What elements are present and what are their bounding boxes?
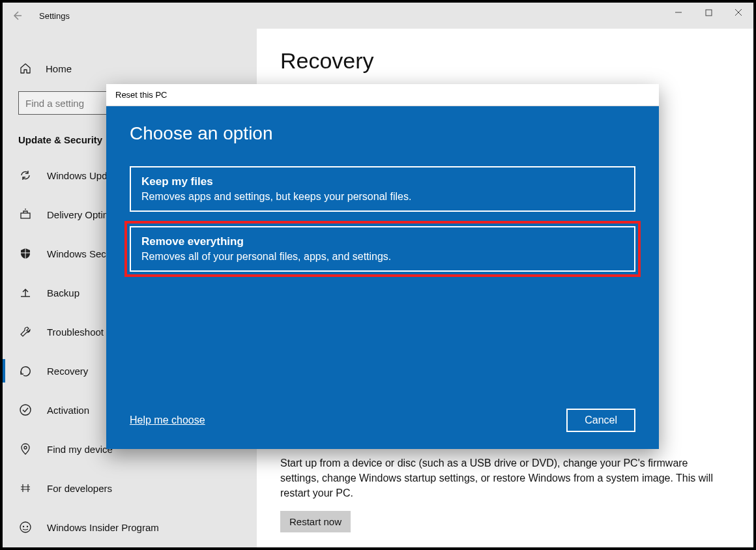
backup-icon xyxy=(18,285,33,300)
insider-icon xyxy=(18,520,33,534)
window-title: Settings xyxy=(39,11,70,21)
sidebar-item-label: Backup xyxy=(47,287,80,298)
svg-point-2 xyxy=(20,405,31,415)
dialog-header: Reset this PC xyxy=(106,84,659,106)
svg-point-5 xyxy=(23,526,24,527)
svg-point-4 xyxy=(20,522,31,532)
svg-rect-1 xyxy=(21,213,30,218)
sidebar-item-label: For developers xyxy=(47,483,112,494)
reset-pc-dialog: Reset this PC Choose an option Keep my f… xyxy=(106,84,659,449)
cancel-button[interactable]: Cancel xyxy=(566,409,635,432)
window-titlebar: Settings xyxy=(3,3,753,29)
window-minimize-button[interactable] xyxy=(663,3,693,22)
sidebar-item-label: Find my device xyxy=(47,444,113,455)
sidebar-item-windows-insider[interactable]: Windows Insider Program xyxy=(3,508,257,547)
recovery-icon xyxy=(18,364,33,378)
dialog-title: Choose an option xyxy=(130,123,635,144)
svg-point-6 xyxy=(27,526,28,527)
sidebar-item-label: Windows Insider Program xyxy=(47,522,159,533)
option-title: Keep my files xyxy=(141,175,624,188)
page-title: Recovery xyxy=(280,48,730,74)
option-description: Removes apps and settings, but keeps you… xyxy=(141,191,624,203)
svg-point-3 xyxy=(24,446,27,449)
option-description: Removes all of your personal files, apps… xyxy=(141,251,624,263)
sidebar-item-label: Activation xyxy=(47,405,89,416)
option-keep-my-files[interactable]: Keep my files Removes apps and settings,… xyxy=(130,166,635,212)
restart-now-button[interactable]: Restart now xyxy=(280,511,351,532)
sidebar-home-label: Home xyxy=(46,63,72,74)
location-icon xyxy=(18,442,33,456)
check-circle-icon xyxy=(18,403,33,417)
sidebar-item-for-developers[interactable]: For developers xyxy=(3,469,257,508)
wrench-icon xyxy=(18,325,33,339)
svg-rect-0 xyxy=(706,10,712,16)
sidebar-item-label: Troubleshoot xyxy=(47,326,104,338)
sidebar-home[interactable]: Home xyxy=(3,55,257,82)
sync-icon xyxy=(18,168,33,182)
back-button[interactable] xyxy=(3,3,31,29)
option-remove-everything[interactable]: Remove everything Removes all of your pe… xyxy=(130,226,635,272)
shield-icon xyxy=(18,246,33,261)
developers-icon xyxy=(18,481,33,495)
home-icon xyxy=(18,61,33,76)
help-me-choose-link[interactable]: Help me choose xyxy=(130,414,205,426)
window-maximize-button[interactable] xyxy=(693,3,723,22)
window-close-button[interactable] xyxy=(723,3,753,22)
sidebar-item-label: Recovery xyxy=(47,366,88,377)
delivery-icon xyxy=(18,207,33,222)
option-title: Remove everything xyxy=(141,235,624,248)
advanced-startup-description: Start up from a device or disc (such as … xyxy=(280,456,723,501)
